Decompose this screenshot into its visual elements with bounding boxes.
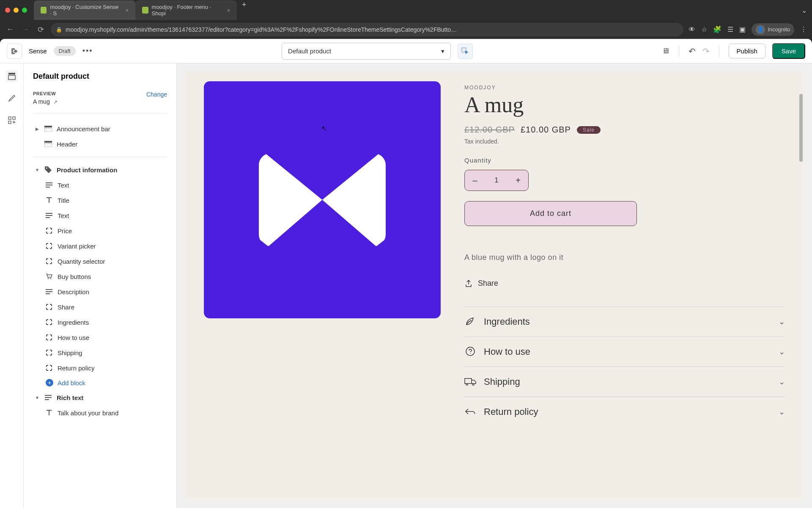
section-announcement-bar[interactable]: ▶ Announcement bar: [33, 121, 167, 136]
disclosure-down-icon[interactable]: ▼: [35, 168, 40, 172]
product-image[interactable]: ↖: [204, 81, 441, 318]
svg-rect-9: [44, 144, 52, 147]
preview-label: PREVIEW: [33, 91, 58, 96]
save-button[interactable]: Save: [772, 43, 805, 59]
preview-product-name: A mug: [33, 98, 50, 105]
more-menu-button[interactable]: •••: [82, 47, 93, 55]
section-product-information[interactable]: ▼ Product information: [33, 162, 167, 177]
sale-badge: Sale: [577, 126, 601, 134]
address-bar-row: ← → ⟳ 🔒 moodjoy.myshopify.com/admin/them…: [0, 20, 812, 39]
quantity-plus-button[interactable]: +: [508, 170, 528, 190]
block-quantity-selector[interactable]: Quantity selector: [33, 254, 167, 269]
accordion-how-to-use[interactable]: How to use ⌄: [464, 337, 785, 367]
block-text[interactable]: Text: [33, 208, 167, 223]
back-button[interactable]: ←: [5, 25, 15, 34]
template-selector[interactable]: Default product ▾: [282, 43, 451, 60]
browser-tab[interactable]: moodjoy · Footer menu · Shopi ×: [135, 0, 237, 20]
share-button[interactable]: Share: [464, 279, 785, 288]
block-label: Return policy: [58, 364, 95, 372]
disclosure-right-icon[interactable]: ▶: [35, 127, 40, 131]
section-header[interactable]: Header: [33, 136, 167, 152]
window-maximize[interactable]: [22, 8, 27, 13]
block-talk-about-brand[interactable]: Talk about your brand: [33, 405, 167, 420]
menu-icon[interactable]: ⋮: [800, 25, 807, 33]
scrollbar-thumb[interactable]: [799, 94, 803, 162]
side-panel-icon[interactable]: ▣: [739, 25, 746, 33]
theme-settings-rail-icon[interactable]: [6, 92, 18, 104]
add-block-button[interactable]: + Add block: [33, 375, 167, 390]
cursor-dashed-icon: [461, 47, 469, 55]
block-label: Quantity selector: [58, 258, 105, 265]
window-controls: [5, 8, 27, 13]
undo-button[interactable]: ↶: [689, 46, 696, 56]
quantity-label: Quantity: [464, 157, 785, 164]
block-label: Buy buttons: [58, 273, 91, 280]
compare-at-price: £12.00 GBP: [464, 125, 515, 135]
accordion-return-policy[interactable]: Return policy ⌄: [464, 397, 785, 427]
block-buy-buttons[interactable]: Buy buttons: [33, 269, 167, 284]
share-icon: [464, 279, 473, 288]
disclosure-down-icon[interactable]: ▼: [35, 395, 40, 400]
tab-close-icon[interactable]: ×: [125, 7, 129, 14]
block-label: Price: [58, 227, 72, 235]
new-tab-button[interactable]: +: [237, 0, 252, 20]
star-icon[interactable]: ☆: [701, 25, 707, 33]
inspector-button[interactable]: [458, 44, 473, 59]
window-minimize[interactable]: [14, 8, 19, 13]
lock-icon: 🔒: [56, 27, 62, 33]
redo-button[interactable]: ↷: [702, 46, 710, 56]
browser-tab-active[interactable]: moodjoy · Customize Sense · S ×: [34, 0, 135, 20]
publish-button[interactable]: Publish: [729, 44, 765, 58]
reload-button[interactable]: ⟳: [36, 25, 46, 34]
desktop-view-button[interactable]: 🖥: [662, 47, 669, 55]
text-lines-icon: [45, 211, 53, 220]
block-shipping[interactable]: Shipping: [33, 345, 167, 360]
product-price: £10.00 GBP: [521, 125, 571, 135]
block-text[interactable]: Text: [33, 177, 167, 193]
tab-close-icon[interactable]: ×: [227, 7, 230, 14]
svg-rect-1: [8, 73, 15, 75]
sections-rail-icon[interactable]: [6, 70, 18, 82]
block-return-policy[interactable]: Return policy: [33, 360, 167, 375]
truck-icon: [464, 377, 476, 387]
quantity-value: 1: [485, 177, 508, 184]
extensions-icon[interactable]: 🧩: [713, 25, 721, 33]
reading-list-icon[interactable]: ☰: [727, 25, 733, 33]
price-row: £12.00 GBP £10.00 GBP Sale: [464, 125, 785, 135]
block-title[interactable]: Title: [33, 193, 167, 208]
text-lines-icon: [44, 393, 52, 402]
favicon-icon: [142, 7, 148, 14]
svg-rect-7: [44, 128, 52, 132]
svg-rect-5: [8, 121, 11, 124]
preview-canvas[interactable]: ↖ MOODJOY A mug £12.00 GBP £10.00 GBP Sa…: [184, 71, 804, 500]
forward-button[interactable]: →: [20, 25, 30, 34]
tab-title: moodjoy · Customize Sense · S: [50, 4, 118, 17]
block-share[interactable]: Share: [33, 299, 167, 315]
incognito-badge[interactable]: 👤 Incognito: [752, 23, 794, 36]
accordion-shipping[interactable]: Shipping ⌄: [464, 367, 785, 397]
accordion-ingredients[interactable]: Ingredients ⌄: [464, 307, 785, 337]
quantity-minus-button[interactable]: –: [465, 170, 485, 190]
chevron-down-icon[interactable]: ⌄: [801, 6, 807, 14]
add-to-cart-button[interactable]: Add to cart: [464, 201, 637, 226]
block-price[interactable]: Price: [33, 223, 167, 238]
type-icon: [45, 196, 53, 204]
favicon-icon: [41, 7, 47, 14]
block-description[interactable]: Description: [33, 284, 167, 299]
section-rich-text[interactable]: ▼ Rich text: [33, 390, 167, 405]
block-ingredients[interactable]: Ingredients: [33, 315, 167, 330]
preview-canvas-wrap: ↖ MOODJOY A mug £12.00 GBP £10.00 GBP Sa…: [177, 64, 812, 508]
change-preview-link[interactable]: Change: [146, 91, 167, 98]
leaf-icon: [464, 316, 476, 327]
exit-editor-button[interactable]: [7, 44, 22, 59]
address-bar[interactable]: 🔒 moodjoy.myshopify.com/admin/themes/136…: [51, 23, 683, 36]
eye-off-icon[interactable]: 👁: [689, 26, 695, 33]
theme-name: Sense: [29, 47, 47, 55]
external-link-icon[interactable]: ↗: [53, 99, 58, 105]
frame-icon: [45, 257, 53, 265]
window-close[interactable]: [5, 8, 10, 13]
block-variant-picker[interactable]: Variant picker: [33, 238, 167, 254]
block-how-to-use[interactable]: How to use: [33, 330, 167, 345]
block-label: How to use: [58, 334, 89, 341]
apps-rail-icon[interactable]: [6, 114, 18, 126]
